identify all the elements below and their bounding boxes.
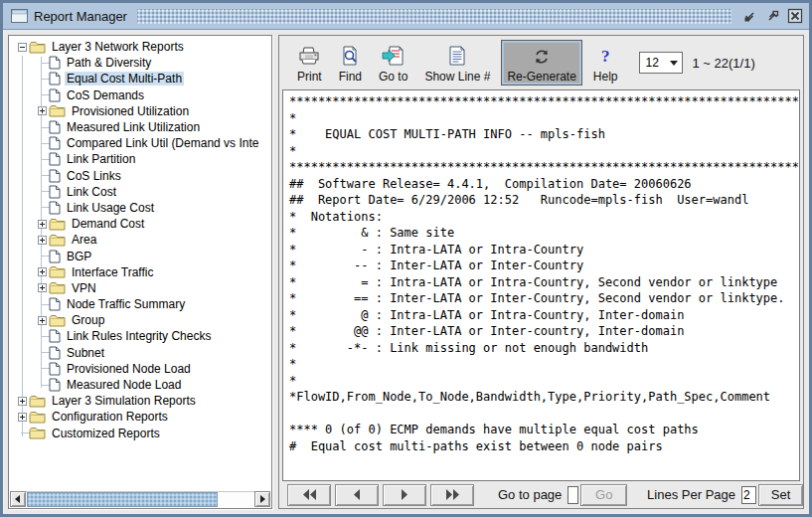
tree-item-label: Link Cost [65, 185, 118, 199]
folder-icon [29, 41, 46, 54]
expand-toggle[interactable] [35, 312, 49, 328]
next-page-icon [401, 489, 408, 500]
tree-item-label: Group [70, 313, 106, 327]
show-line-number-icon [446, 43, 468, 67]
tree-connector [35, 55, 49, 71]
tree-item-provisioned-utilization[interactable]: Provisioned Utilization [9, 103, 270, 119]
tree-connector [35, 328, 49, 344]
scrollbar-thumb[interactable] [27, 492, 218, 507]
set-button[interactable]: Set [758, 484, 803, 506]
tree-item-label: Area [70, 233, 98, 247]
tree-item-equal-cost-multi-path[interactable]: Equal Cost Multi-Path [9, 71, 270, 86]
tree-item-link-cost[interactable]: Link Cost [9, 184, 270, 200]
print-button[interactable]: Print [291, 40, 328, 86]
expand-toggle[interactable] [35, 232, 49, 248]
tree-item-label: Path & Diversity [65, 56, 153, 70]
expand-toggle[interactable] [15, 409, 29, 425]
goto-button[interactable]: Go to [373, 40, 413, 86]
tree-item-demand-cost[interactable]: Demand Cost [9, 216, 270, 232]
tree-item-link-rules-integrity-checks[interactable]: Link Rules Integrity Checks [9, 328, 270, 344]
report-tree: Layer 3 Network ReportsPath & DiversityE… [9, 39, 270, 490]
expand-toggle[interactable] [35, 280, 49, 296]
lines-per-page-input[interactable] [741, 486, 756, 504]
tree-item-compared-link-util-demand-vs-inte[interactable]: Compared Link Util (Demand vs Inte [9, 135, 270, 151]
tree-connector [35, 200, 49, 216]
expand-toggle-icon [38, 106, 47, 115]
expand-toggle-icon [38, 267, 47, 276]
find-label: Find [339, 70, 362, 84]
help-button[interactable]: ? Help [587, 40, 624, 86]
tree-item-cos-demands[interactable]: CoS Demands [9, 87, 270, 103]
tree-horizontal-scrollbar[interactable] [10, 491, 270, 507]
expand-toggle[interactable] [35, 264, 49, 280]
expand-toggle[interactable] [35, 216, 49, 232]
scroll-left-button[interactable] [10, 491, 26, 507]
minimize-button[interactable] [741, 8, 757, 24]
document-icon [49, 72, 61, 86]
tree-item-path-diversity[interactable]: Path & Diversity [9, 55, 270, 71]
expand-toggle[interactable] [15, 393, 29, 409]
folder-icon [29, 427, 46, 439]
tree-item-group[interactable]: Group [9, 312, 270, 328]
tree-item-layer-3-simulation-reports[interactable]: Layer 3 Simulation Reports [9, 393, 270, 409]
tree-item-label: Demand Cost [70, 217, 146, 231]
tree-item-node-traffic-summary[interactable]: Node Traffic Summary [9, 296, 270, 312]
folder-icon [49, 218, 66, 231]
expand-toggle[interactable] [35, 103, 49, 119]
page-size-dropdown[interactable]: 12 [639, 52, 683, 74]
scrollbar-track[interactable] [26, 491, 254, 507]
tree-item-link-partition[interactable]: Link Partition [9, 151, 270, 167]
close-button[interactable] [787, 8, 803, 24]
tree-connector [35, 249, 49, 264]
tree-item-vpn[interactable]: VPN [9, 280, 270, 296]
tree-item-label: Provisioned Utilization [70, 104, 191, 118]
first-page-button[interactable] [287, 484, 331, 506]
report-tree-panel: Layer 3 Network ReportsPath & DiversityE… [8, 35, 272, 509]
document-icon [49, 120, 61, 134]
report-content-area[interactable]: ****************************************… [282, 89, 800, 481]
tree-connector [35, 151, 49, 167]
tree-item-bgp[interactable]: BGP [9, 248, 270, 263]
goto-page-input[interactable] [568, 486, 578, 504]
expand-toggle-icon [38, 220, 47, 229]
tree-item-measured-link-utilization[interactable]: Measured Link Utilization [9, 119, 270, 135]
tree-item-configuration-reports[interactable]: Configuration Reports [9, 409, 270, 425]
tree-item-measured-node-load[interactable]: Measured Node Load [9, 377, 270, 393]
show-line-number-button[interactable]: Show Line # [418, 40, 496, 86]
find-button[interactable]: Find [333, 40, 368, 86]
go-button[interactable]: Go [580, 484, 627, 506]
document-icon [49, 152, 61, 166]
collapse-toggle-icon [18, 43, 27, 52]
tree-connector [35, 119, 49, 135]
tree-item-cos-links[interactable]: CoS Links [9, 168, 270, 184]
tree-item-label: Layer 3 Network Reports [50, 40, 186, 54]
collapse-toggle[interactable] [15, 39, 29, 55]
tree-item-subnet[interactable]: Subnet [9, 345, 270, 361]
tree-item-provisioned-node-load[interactable]: Provisioned Node Load [9, 361, 270, 377]
title-bar[interactable]: Report Manager [3, 3, 809, 30]
tree-item-customized-reports[interactable]: Customized Reports [9, 426, 270, 441]
tree-item-label: Configuration Reports [50, 410, 170, 424]
tree-item-interface-traffic[interactable]: Interface Traffic [9, 264, 270, 280]
tree-item-label: Node Traffic Summary [65, 297, 187, 311]
tree-item-label: VPN [70, 281, 98, 295]
tree-item-label: CoS Demands [65, 88, 146, 102]
tree-item-layer-3-network-reports[interactable]: Layer 3 Network Reports [9, 39, 270, 55]
last-page-button[interactable] [430, 484, 474, 506]
right-arrow-icon [258, 495, 266, 503]
tree-item-area[interactable]: Area [9, 232, 270, 248]
tree-item-label: BGP [65, 250, 93, 263]
document-icon [49, 88, 61, 102]
toolbar: Print Find [279, 36, 803, 89]
tree-item-label: Link Usage Cost [65, 201, 156, 215]
folder-icon [49, 234, 66, 247]
last-page-icon [445, 489, 460, 500]
maximize-button[interactable] [764, 8, 780, 24]
tree-item-link-usage-cost[interactable]: Link Usage Cost [9, 200, 270, 216]
window-icon [11, 9, 28, 23]
expand-toggle-icon [18, 413, 27, 422]
previous-page-button[interactable] [335, 484, 379, 506]
next-page-button[interactable] [383, 484, 426, 506]
scroll-right-button[interactable] [254, 491, 270, 507]
regenerate-button[interactable]: Re-Generate [501, 40, 581, 86]
